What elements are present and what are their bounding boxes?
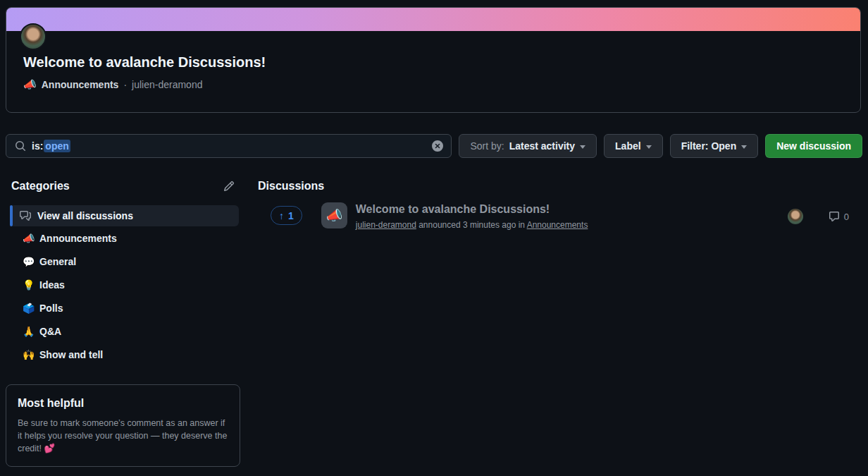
most-helpful-title: Most helpful bbox=[18, 396, 228, 410]
new-discussion-label: New discussion bbox=[776, 140, 851, 152]
chevron-down-icon bbox=[741, 145, 747, 149]
comment-icon bbox=[829, 211, 840, 222]
banner-meta: 📣 Announcements · julien-deramond bbox=[23, 78, 202, 91]
clear-search-icon[interactable] bbox=[432, 140, 443, 152]
discussion-row-right: 0 bbox=[788, 209, 849, 224]
sidebar-item-show-and-tell[interactable]: 🙌 Show and tell bbox=[6, 343, 240, 366]
arrow-up-icon: ↑ bbox=[279, 210, 284, 221]
discussion-author-link[interactable]: julien-deramond bbox=[356, 220, 416, 230]
sidebar-item-qa[interactable]: 🙏 Q&A bbox=[6, 319, 240, 343]
category-label: Polls bbox=[39, 303, 63, 314]
sidebar-item-polls[interactable]: 🗳️ Polls bbox=[6, 296, 240, 319]
categories-title: Categories bbox=[11, 180, 70, 193]
upvote-count: 1 bbox=[288, 210, 294, 221]
banner-author-avatar bbox=[20, 23, 46, 50]
discussion-title-link[interactable]: Welcome to avalanche Discussions! bbox=[356, 202, 588, 216]
banner-gradient-header bbox=[6, 8, 860, 31]
megaphone-emoji-icon: 📣 bbox=[23, 78, 37, 91]
category-label: Show and tell bbox=[39, 349, 103, 360]
discussions-title: Discussions bbox=[258, 179, 862, 193]
most-helpful-card: Most helpful Be sure to mark someone’s c… bbox=[6, 384, 240, 467]
discussion-meta: julien-deramond announced 3 minutes ago … bbox=[356, 219, 588, 231]
discussions-panel: Discussions ↑ 1 📣 Welcome to avalanche D… bbox=[258, 179, 862, 467]
edit-categories-pencil-icon[interactable] bbox=[223, 181, 235, 192]
discussion-category-link[interactable]: Announcements bbox=[527, 220, 588, 230]
welcome-banner-card: Welcome to avalanche Discussions! 📣 Anno… bbox=[6, 7, 861, 113]
discussion-meta-text: announced 3 minutes ago in bbox=[416, 220, 527, 230]
sidebar-item-ideas[interactable]: 💡 Ideas bbox=[6, 273, 240, 296]
participant-avatar[interactable] bbox=[788, 209, 803, 224]
category-label: Q&A bbox=[39, 326, 61, 337]
state-filter-button[interactable]: Filter: Open bbox=[670, 134, 759, 158]
discussion-text-block: Welcome to avalanche Discussions! julien… bbox=[356, 202, 588, 231]
sort-by-value: Latest activity bbox=[509, 140, 575, 152]
most-helpful-body: Be sure to mark someone’s comment as an … bbox=[18, 417, 228, 455]
category-label: Announcements bbox=[39, 233, 117, 244]
search-icon bbox=[15, 140, 26, 152]
comment-count: 0 bbox=[844, 212, 849, 222]
comment-discussion-icon bbox=[20, 210, 31, 221]
search-qualifier: is: bbox=[32, 140, 43, 152]
category-label: General bbox=[39, 256, 76, 267]
label-filter-button[interactable]: Label bbox=[604, 134, 663, 158]
sort-by-prefix: Sort by: bbox=[470, 140, 504, 152]
megaphone-emoji-icon: 📣 bbox=[326, 207, 342, 224]
new-discussion-button[interactable]: New discussion bbox=[765, 134, 862, 158]
discussion-row[interactable]: ↑ 1 📣 Welcome to avalanche Discussions! … bbox=[258, 202, 862, 231]
main-content: Categories View all discussions 📣 Announ… bbox=[6, 179, 862, 467]
upvote-button[interactable]: ↑ 1 bbox=[271, 206, 302, 225]
ballot-box-emoji-icon: 🗳️ bbox=[23, 303, 35, 314]
raising-hands-emoji-icon: 🙌 bbox=[23, 349, 35, 360]
categories-list: View all discussions 📣 Announcements 💬 G… bbox=[6, 205, 240, 366]
banner-author-link[interactable]: julien-deramond bbox=[132, 79, 202, 90]
categories-sidebar: Categories View all discussions 📣 Announ… bbox=[6, 179, 240, 467]
sidebar-item-view-all-discussions[interactable]: View all discussions bbox=[10, 205, 239, 226]
categories-header: Categories bbox=[6, 179, 240, 193]
search-input[interactable]: is: open bbox=[6, 134, 452, 158]
banner-title: Welcome to avalanche Discussions! bbox=[23, 54, 266, 71]
filter-button-text: Filter: Open bbox=[681, 140, 737, 152]
discussion-category-tile: 📣 bbox=[321, 202, 347, 228]
sidebar-item-general[interactable]: 💬 General bbox=[6, 250, 240, 273]
speech-balloon-emoji-icon: 💬 bbox=[23, 256, 35, 267]
view-all-discussions-label: View all discussions bbox=[37, 210, 133, 221]
search-qualifier-value: open bbox=[44, 140, 70, 152]
chevron-down-icon bbox=[646, 145, 652, 149]
discussions-toolbar: is: open Sort by: Latest activity Label … bbox=[6, 134, 862, 158]
light-bulb-emoji-icon: 💡 bbox=[23, 279, 35, 291]
banner-category-link[interactable]: Announcements bbox=[42, 79, 119, 90]
folded-hands-emoji-icon: 🙏 bbox=[23, 326, 35, 337]
sidebar-item-announcements[interactable]: 📣 Announcements bbox=[6, 226, 240, 250]
chevron-down-icon bbox=[580, 145, 585, 149]
megaphone-emoji-icon: 📣 bbox=[23, 233, 35, 244]
sort-by-button[interactable]: Sort by: Latest activity bbox=[459, 134, 597, 158]
comment-count-group: 0 bbox=[829, 211, 849, 222]
selected-indicator-bar bbox=[10, 205, 13, 226]
label-button-text: Label bbox=[615, 140, 641, 152]
banner-meta-separator: · bbox=[123, 79, 127, 90]
category-label: Ideas bbox=[39, 279, 65, 291]
